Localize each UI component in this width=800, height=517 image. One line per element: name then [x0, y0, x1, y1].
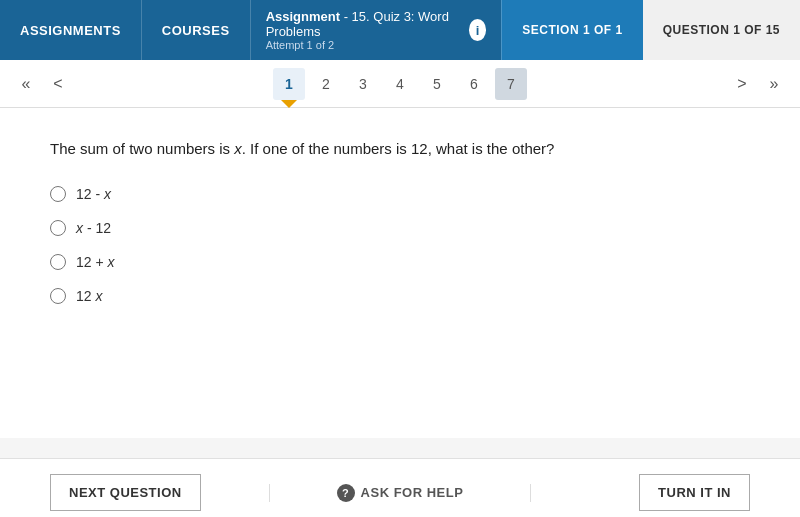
- top-nav: ASSIGNMENTS COURSES Assignment - 15. Qui…: [0, 0, 800, 60]
- label-opt4[interactable]: 12 x: [76, 288, 102, 304]
- answer-option-4[interactable]: 12 x: [50, 288, 750, 304]
- info-icon[interactable]: i: [469, 19, 487, 41]
- radio-opt3[interactable]: [50, 254, 66, 270]
- next-question-button[interactable]: NEXT QUESTION: [50, 474, 201, 511]
- last-page-button[interactable]: »: [758, 68, 790, 100]
- answer-option-3[interactable]: 12 + x: [50, 254, 750, 270]
- next-page-button[interactable]: >: [726, 68, 758, 100]
- answer-option-2[interactable]: x - 12: [50, 220, 750, 236]
- radio-opt1[interactable]: [50, 186, 66, 202]
- nav-assignments[interactable]: ASSIGNMENTS: [0, 0, 142, 60]
- page-6[interactable]: 6: [458, 68, 490, 100]
- ask-for-help-button[interactable]: ? ASK FOR HELP: [337, 484, 464, 502]
- question-text: The sum of two numbers is x. If one of t…: [50, 138, 750, 161]
- page-numbers: 1 2 3 4 5 6 7: [74, 68, 726, 100]
- assignment-title: Assignment - 15. Quiz 3: Word Problems: [266, 9, 459, 39]
- question-counter: QUESTION 1 OF 15: [643, 0, 800, 60]
- page-3[interactable]: 3: [347, 68, 379, 100]
- page-5[interactable]: 5: [421, 68, 453, 100]
- pagination-bar: « < 1 2 3 4 5 6 7 > »: [0, 60, 800, 108]
- prev-page-button[interactable]: <: [42, 68, 74, 100]
- radio-opt2[interactable]: [50, 220, 66, 236]
- answer-options: 12 - x x - 12 12 + x 12 x: [50, 186, 750, 304]
- attempt-label: Attempt 1 of 2: [266, 39, 459, 51]
- page-2[interactable]: 2: [310, 68, 342, 100]
- ask-for-help-label: ASK FOR HELP: [361, 485, 464, 500]
- footer-bar: NEXT QUESTION ? ASK FOR HELP TURN IT IN: [0, 458, 800, 517]
- label-opt3[interactable]: 12 + x: [76, 254, 115, 270]
- label-opt2[interactable]: x - 12: [76, 220, 111, 236]
- footer-center: ? ASK FOR HELP: [269, 484, 530, 502]
- answer-option-1[interactable]: 12 - x: [50, 186, 750, 202]
- page-1[interactable]: 1: [273, 68, 305, 100]
- content-area: The sum of two numbers is x. If one of t…: [0, 108, 800, 438]
- footer-right: TURN IT IN: [531, 474, 750, 511]
- assignment-title-block: Assignment - 15. Quiz 3: Word Problems A…: [266, 9, 459, 51]
- nav-courses[interactable]: COURSES: [142, 0, 251, 60]
- page-4[interactable]: 4: [384, 68, 416, 100]
- page-7[interactable]: 7: [495, 68, 527, 100]
- footer-left: NEXT QUESTION: [50, 474, 269, 511]
- nav-assignment-info: Assignment - 15. Quiz 3: Word Problems A…: [251, 9, 502, 51]
- first-page-button[interactable]: «: [10, 68, 42, 100]
- label-opt1[interactable]: 12 - x: [76, 186, 111, 202]
- turn-it-in-button[interactable]: TURN IT IN: [639, 474, 750, 511]
- radio-opt4[interactable]: [50, 288, 66, 304]
- ask-icon: ?: [337, 484, 355, 502]
- section-label: SECTION 1 OF 1: [501, 0, 642, 60]
